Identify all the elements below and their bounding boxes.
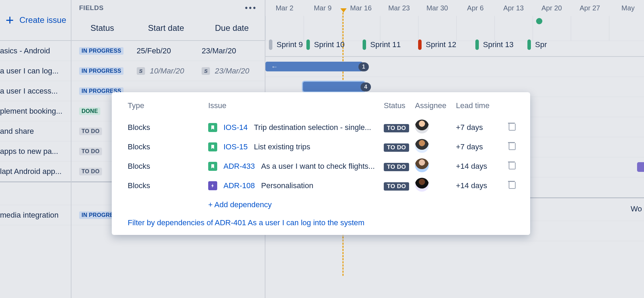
dependency-count-badge[interactable]: 4 [361,82,371,91]
status-badge: TO DO [79,128,102,135]
sprint-flag-icon: S [137,67,145,75]
dependency-row[interactable]: BlocksIOS-15List existing tripsTO DO+7 d… [128,137,515,157]
month-label: Apr 20 [533,4,571,12]
issue-row[interactable]: a user I can log... [0,61,71,81]
sprint-label[interactable]: Sprint 13 [475,40,514,50]
month-label: Mar 9 [304,4,342,12]
arrow-left-icon: ← [271,63,278,71]
dependency-count-badge[interactable]: 1 [358,62,369,71]
issue-row[interactable]: apps to new pa... [0,141,71,161]
dependency-row[interactable]: BlocksIOS-14Trip destination selection -… [128,118,515,137]
dependency-row[interactable]: BlocksADR-433As a user I want to check f… [128,157,515,176]
pv-col-issue: Issue [208,101,384,110]
issue-key-link[interactable]: ADR-108 [223,181,255,190]
issue-key-link[interactable]: IOS-15 [223,142,248,151]
due-date: 23/Mar/20 [202,46,236,55]
pv-col-assignee: Assignee [415,101,456,110]
status-badge: TO DO [384,143,409,152]
story-icon [208,123,217,132]
lead-time: +14 days [456,162,499,171]
gantt-bar[interactable]: ←1 [265,62,363,71]
avatar[interactable] [415,139,429,153]
issue-row[interactable]: media integration [0,205,71,225]
due-date: 23/Mar/20 [215,67,249,76]
dependencies-popover: Type Issue Status Assignee Lead time Blo… [112,92,530,235]
sprint-status-icon [269,40,272,50]
issue-summary: Personalisation [261,181,313,190]
truncated-label: Wo [630,204,642,213]
status-badge: TO DO [384,124,409,132]
issue-key-link[interactable]: ADR-433 [223,162,255,171]
sprint-label[interactable]: Sprint 11 [363,40,401,50]
sprint-label[interactable]: Sprint 10 [306,40,345,50]
sprint-status-icon [363,40,366,50]
popover-header: Type Issue Status Assignee Lead time [128,101,515,110]
add-dependency-button[interactable]: + Add dependency [208,200,515,209]
issue-key-link[interactable]: IOS-14 [223,123,248,132]
trash-icon[interactable] [508,181,515,189]
trash-icon[interactable] [508,123,515,130]
month-label: Mar 30 [418,4,456,12]
gantt-bar[interactable] [637,162,644,172]
fields-row[interactable]: IN PROGRESSS10/Mar/20S23/Mar/20 [71,61,265,81]
plus-icon [6,16,14,24]
col-due[interactable]: Due date [199,23,265,33]
dependency-row[interactable]: BlocksADR-108PersonalisationTO DO+14 day… [128,176,515,195]
story-icon [208,142,217,151]
sprint-label[interactable]: Sprint 12 [418,40,456,50]
sprint-header-row: Sprint 9Sprint 10Sprint 11Sprint 12Sprin… [265,33,644,57]
month-label: Apr 6 [456,4,494,12]
start-date: 10/Mar/20 [150,67,184,76]
fields-row[interactable]: IN PROGRESS25/Feb/2023/Mar/20 [71,41,265,61]
issue-row[interactable]: a user I access... [0,81,71,101]
fields-header-label: FIELDS [79,4,104,12]
dependency-type: Blocks [128,123,208,132]
month-label: Mar 23 [380,4,418,12]
status-badge: DONE [79,107,100,115]
issue-summary: List existing trips [254,142,311,151]
month-label: Mar 2 [265,4,304,12]
gantt-bar[interactable]: 4 [303,82,365,91]
lead-time: +7 days [456,123,499,132]
issue-row[interactable]: lapt Android app... [0,161,71,182]
milestone-dot-icon[interactable] [536,18,542,24]
status-badge: IN PROGRESS [79,67,124,75]
fields-more-icon[interactable]: ••• [245,3,257,12]
status-badge: IN PROGRESS [79,47,124,55]
avatar[interactable] [415,158,429,172]
status-badge: TO DO [79,148,102,155]
dependency-type: Blocks [128,142,208,151]
issue-summary: As a user I want to check flights... [261,162,375,171]
col-start[interactable]: Start date [133,23,199,33]
status-badge: TO DO [384,182,409,191]
issue-row[interactable]: plement booking... [0,101,71,121]
month-label: Mar 16 [342,4,380,12]
dependency-type: Blocks [128,162,208,171]
filter-by-dependencies-link[interactable]: Filter by dependencies of ADR-401 As a u… [128,218,515,227]
status-badge: TO DO [79,168,102,175]
create-issue-button[interactable]: Create issue [0,0,71,41]
sprint-status-icon [418,40,422,50]
month-label: Apr 13 [494,4,533,12]
avatar[interactable] [415,178,429,192]
trash-icon[interactable] [508,161,515,169]
story-icon [208,162,217,171]
group-separator [0,182,71,205]
sprint-label[interactable]: Sprint 9 [269,40,303,50]
timeline-row[interactable]: ←1 [265,57,644,77]
fields-column-header: Status Start date Due date [71,16,265,41]
month-label: May [609,4,644,12]
pv-col-type: Type [128,101,208,110]
create-issue-label: Create issue [19,15,66,25]
issue-row[interactable]: and share [0,121,71,141]
sprint-flag-icon: S [202,67,210,75]
pv-col-status: Status [384,101,415,110]
trash-icon[interactable] [508,142,515,150]
issue-row[interactable]: asics - Android [0,41,71,61]
lead-time: +14 days [456,181,499,190]
sprint-label[interactable]: Spr [527,40,547,50]
avatar[interactable] [415,120,429,133]
sprint-status-icon [527,40,531,50]
col-status[interactable]: Status [71,23,133,33]
issue-list-panel: Create issue asics - Androida user I can… [0,0,71,298]
